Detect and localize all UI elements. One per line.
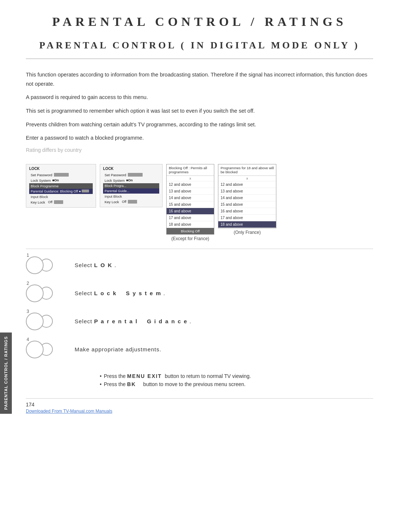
intro-p1: This function operates according to info… [26,70,373,88]
step-2: 2 Select L o c k S y s t e m . [26,284,373,302]
dropdown2-item-16: 16 and above [218,208,276,215]
bottom-note-1: • Press the MENU EXIT button to return t… [100,373,373,379]
caption-except-france: (Except for France) [166,236,214,241]
menu-input-block-right: Input Block [103,194,159,199]
step-4-text: Make appropriate adjustments. [75,346,161,352]
intro-p2: A password is required to gain access to… [26,93,373,102]
screenshots-area: LOCK Set Password Lock System ■On Block … [26,164,373,241]
step-1-num: 1 [27,253,29,258]
step-3-num: 3 [27,309,29,314]
dropdown2-item-13: 13 and above [218,188,276,195]
dropdown2-item-15: 15 and above [218,201,276,208]
rating-note: Rating differs by country [26,147,373,153]
step-3-circles [26,313,66,330]
step-1-text: Select L O K . [75,262,116,268]
bottom-note-2: • Press the BK button to move to the pre… [100,381,373,387]
dropdown-item-16: 16 and above [167,208,214,215]
step-2-circle-outer [26,284,44,302]
dropdown-item-15: 15 and above [167,201,214,208]
dropdown-except-france: Blocking Off : Permits allprogrammes x 1… [166,164,214,241]
intro-p4: Prevents children from watching certain … [26,120,373,129]
dropdown2-item-14: 14 and above [218,195,276,201]
caption-only-france: (Only France) [218,230,276,235]
menu-block-prog-right: Block Progra... [103,183,159,188]
dropdown2-item-18: 18 and above [218,221,276,228]
dropdown-x: x [167,176,214,181]
lock-label-right: LOCK [103,167,159,171]
step-3: 3 Select P a r e n t a l G i d a n c e . [26,313,373,330]
dropdown-item-18: 18 and above [167,221,214,228]
step-3-circle-outer [26,313,44,330]
intro-p5: Enter a password to watch a blocked prog… [26,133,373,143]
menu-key-lock-left: Key Lock Off [29,200,93,205]
menu-lock-system-right: Lock System ■On [103,178,159,183]
dropdown2-item-17: 17 and above [218,215,276,221]
menu-input-block-left: Input Block [29,194,93,200]
intro-p3: This set is programmed to remember which… [26,106,373,116]
dropdown-item-13: 13 and above [167,188,214,195]
menu-set-password-left: Set Password [29,172,93,178]
dropdown2-header: Programmes for 18 and above willbe block… [218,164,276,176]
menu-parental-right: Parental Guide... [103,188,159,194]
step-4-circles [26,341,66,358]
dropdown-item-12: 12 and above [167,181,214,188]
step-3-text: Select P a r e n t a l G i d a n c e . [75,318,191,324]
step-1-circles [26,256,66,274]
sub-title: PARENTAL CONTROL ( IN DIGITAL MODE ONLY … [26,40,373,59]
step-1-circle-outer [26,256,44,274]
dropdown-footer: Blocking Off [167,228,214,234]
step-2-text: Select L o c k S y s t e m . [75,290,165,296]
menu-lock-system-left: Lock System ■On [29,178,93,183]
dropdown2-item-12: 12 and above [218,181,276,188]
menu-parental-left: Parental Guidance: Blocking Off ● [29,189,93,194]
bottom-notes: • Press the MENU EXIT button to return t… [26,373,373,387]
dropdown-item-14: 14 and above [167,195,214,201]
steps-area: 1 Select L O K . 2 Select L o c k S y s … [26,256,373,358]
dropdown-header: Blocking Off : Permits allprogrammes [167,164,214,176]
step-2-num: 2 [27,281,29,286]
step-1: 1 Select L O K . [26,256,373,274]
footer-link[interactable]: Downloaded From TV-Manual.com Manuals [26,407,373,414]
screen-right: LOCK Set Password Lock System ■On Block … [100,164,163,207]
menu-key-lock-right: Key Lock Off [103,199,159,205]
page-number: 174 [26,398,373,407]
screen-left: LOCK Set Password Lock System ■On Block … [26,164,96,208]
step-4-circle-outer [26,341,44,358]
step-4: 4 Make appropriate adjustments. [26,341,373,358]
step-4-num: 4 [27,337,29,342]
dropdown-item-17: 17 and above [167,215,214,221]
menu-block-prog-left: Block Programme [29,183,93,189]
menu-set-password-right: Set Password [103,172,159,178]
main-title: PARENTAL CONTROL / RATINGS [26,15,373,29]
dropdown-only-france: Programmes for 18 and above willbe block… [218,164,276,235]
lock-label-left: LOCK [29,167,93,171]
dropdown2-x: x [218,176,276,181]
step-2-circles [26,284,66,302]
divider [26,249,373,249]
